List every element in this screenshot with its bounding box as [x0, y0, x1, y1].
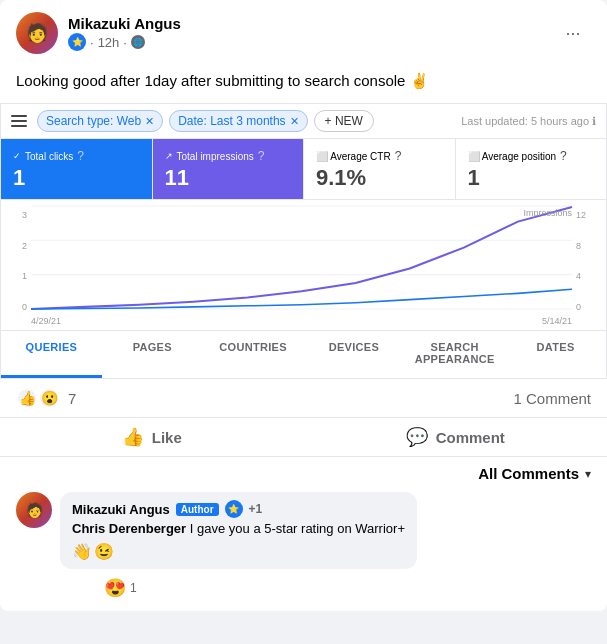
- new-filter-button[interactable]: + NEW: [314, 110, 374, 132]
- chart-y-axis-right: 12 8 4 0: [572, 206, 594, 326]
- post-text: Looking good after 1day after submitting…: [16, 72, 429, 89]
- impressions-help-icon[interactable]: ?: [258, 149, 265, 163]
- like-button[interactable]: 👍 Like: [0, 418, 304, 456]
- position-help-icon[interactable]: ?: [560, 149, 567, 163]
- impressions-label: ↗ Total impressions ?: [165, 149, 292, 163]
- position-value: 1: [468, 167, 595, 189]
- like-label: Like: [152, 429, 182, 446]
- comment-label: Comment: [436, 429, 505, 446]
- comment-reaction: 😍 1: [104, 577, 417, 599]
- avatar: 🧑: [16, 12, 58, 54]
- all-comments-label: All Comments: [478, 465, 579, 482]
- stats-row: ✓ Total clicks ? 1 ↗ Total impressions ?…: [1, 139, 606, 200]
- comment-text: Chris Derenberger I gave you a 5-star ra…: [72, 520, 405, 538]
- comment-avatar: 🧑: [16, 492, 52, 528]
- action-buttons: 👍 Like 💬 Comment: [0, 418, 607, 457]
- reaction-count: 7: [68, 390, 76, 407]
- chart-date-end: 5/14/21: [542, 316, 572, 326]
- post-time: 12h: [98, 35, 120, 50]
- date-filter[interactable]: Date: Last 3 months ✕: [169, 110, 307, 132]
- new-filter-label: + NEW: [325, 114, 363, 128]
- chevron-down-icon: ▾: [585, 467, 591, 481]
- reactions-bar: 👍 😮 7 1 Comment: [0, 379, 607, 418]
- reaction-emojis: 👍 😮 7: [16, 387, 76, 409]
- remove-filter-icon[interactable]: ✕: [145, 115, 154, 128]
- mentioned-user: Chris Derenberger: [72, 521, 186, 536]
- comment-body: I gave you a 5-star rating on Warrior+: [190, 521, 405, 536]
- analytics-panel: Search type: Web ✕ Date: Last 3 months ✕…: [0, 103, 607, 379]
- tab-devices[interactable]: DEVICES: [303, 331, 404, 378]
- comment-author-row: Mikazuki Angus Author ⭐ +1: [72, 500, 405, 518]
- tab-queries[interactable]: QUERIES: [1, 331, 102, 378]
- post-meta: ⭐ · 12h · 🌐: [68, 33, 181, 51]
- chart-y-axis-left: 3 2 1 0: [13, 206, 31, 326]
- post-dot: ·: [90, 35, 94, 50]
- star-badge-icon: ⭐: [68, 33, 86, 51]
- post-header: 🧑 Mikazuki Angus ⭐ · 12h · 🌐 ···: [0, 0, 607, 66]
- post-dot2: ·: [123, 35, 127, 50]
- search-type-filter[interactable]: Search type: Web ✕: [37, 110, 163, 132]
- comment-area: 🧑 Mikazuki Angus Author ⭐ +1 Chris Deren…: [0, 486, 607, 611]
- stat-total-impressions[interactable]: ↗ Total impressions ? 11: [153, 139, 305, 199]
- remove-date-filter-icon[interactable]: ✕: [290, 115, 299, 128]
- like-icon: 👍: [122, 426, 144, 448]
- wink-emoji: 😉: [94, 542, 114, 561]
- like-emoji: 👍: [16, 387, 38, 409]
- chart-axes: 3 2 1 0 Impressions: [13, 206, 594, 326]
- author-name: Mikazuki Angus: [68, 15, 181, 32]
- stat-total-clicks[interactable]: ✓ Total clicks ? 1: [1, 139, 153, 199]
- comment-icon: 💬: [406, 426, 428, 448]
- comment-emojis: 👋 😉: [72, 542, 405, 561]
- plus-one-badge: +1: [249, 502, 263, 516]
- more-options-button[interactable]: ···: [555, 15, 591, 51]
- comment-bubble: Mikazuki Angus Author ⭐ +1 Chris Derenbe…: [60, 492, 417, 569]
- post-content: Looking good after 1day after submitting…: [0, 66, 607, 103]
- last-updated-label: Last updated: 5 hours ago: [461, 115, 589, 127]
- globe-icon: 🌐: [131, 35, 145, 49]
- impressions-value: 11: [165, 167, 292, 189]
- search-type-label: Search type: Web: [46, 114, 141, 128]
- all-comments-header[interactable]: All Comments ▾: [0, 457, 607, 486]
- comment-star-icon: ⭐: [225, 500, 243, 518]
- comment-count[interactable]: 1 Comment: [513, 390, 591, 407]
- chart-area: 3 2 1 0 Impressions: [1, 200, 606, 330]
- position-label: ⬜ Average position ?: [468, 149, 595, 163]
- filter-bar: Search type: Web ✕ Date: Last 3 months ✕…: [1, 104, 606, 139]
- tab-countries[interactable]: COUNTRIES: [203, 331, 304, 378]
- wow-emoji: 😮: [38, 387, 60, 409]
- clicks-help-icon[interactable]: ?: [77, 149, 84, 163]
- tab-search-appearance[interactable]: SEARCH APPEARANCE: [404, 331, 505, 378]
- stat-avg-ctr[interactable]: ⬜ Average CTR ? 9.1%: [304, 139, 456, 199]
- ctr-label: ⬜ Average CTR ?: [316, 149, 443, 163]
- last-updated: Last updated: 5 hours ago ℹ: [461, 115, 596, 128]
- comment-author-name: Mikazuki Angus: [72, 502, 170, 517]
- stat-avg-position[interactable]: ⬜ Average position ? 1: [456, 139, 607, 199]
- wave-emoji: 👋: [72, 542, 92, 561]
- chart-date-start: 4/29/21: [31, 316, 61, 326]
- chart-svg: [31, 206, 572, 310]
- tab-pages[interactable]: PAGES: [102, 331, 203, 378]
- comment-button[interactable]: 💬 Comment: [304, 418, 608, 456]
- clicks-label: ✓ Total clicks ?: [13, 149, 140, 163]
- chart-impressions-label: Impressions: [523, 208, 572, 218]
- author-badge: Author: [176, 503, 219, 516]
- filter-menu-icon[interactable]: [11, 111, 31, 131]
- comment-item: 🧑 Mikazuki Angus Author ⭐ +1 Chris Deren…: [16, 492, 591, 599]
- tab-dates[interactable]: DATES: [505, 331, 606, 378]
- comment-reaction-count: 1: [130, 581, 137, 595]
- chart-main: Impressions 4/29/21 5/14: [31, 206, 572, 326]
- info-icon: ℹ: [592, 115, 596, 128]
- ctr-help-icon[interactable]: ?: [395, 149, 402, 163]
- clicks-value: 1: [13, 167, 140, 189]
- analytics-tabs: QUERIES PAGES COUNTRIES DEVICES SEARCH A…: [1, 330, 606, 378]
- date-label: Date: Last 3 months: [178, 114, 285, 128]
- chart-dates: 4/29/21 5/14/21: [31, 316, 572, 326]
- ctr-value: 9.1%: [316, 167, 443, 189]
- heart-eyes-emoji: 😍: [104, 577, 126, 599]
